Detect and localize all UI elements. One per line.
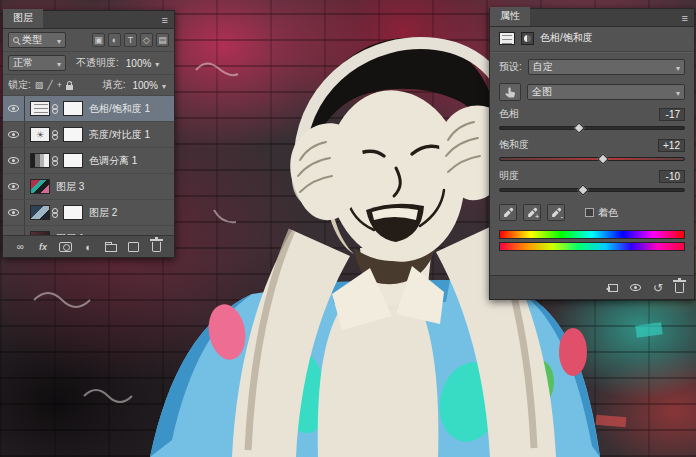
- layer-row-layer2[interactable]: 图层 2: [3, 200, 174, 226]
- fill-dropdown[interactable]: 100%: [129, 78, 169, 92]
- filter-type-dropdown[interactable]: 类型: [8, 32, 66, 48]
- link-layers-icon[interactable]: [13, 239, 27, 255]
- tab-properties[interactable]: 属性: [490, 7, 530, 26]
- channel-dropdown[interactable]: 全图: [527, 84, 685, 100]
- hue-slider-thumb[interactable]: [573, 122, 584, 133]
- layer-row-layer3[interactable]: 图层 3: [3, 174, 174, 200]
- new-adjustment-layer-icon[interactable]: [81, 239, 95, 255]
- opacity-label: 不透明度:: [76, 56, 119, 70]
- colorize-label: 着色: [598, 206, 618, 220]
- layers-panel: 图层 类型 ▣ ◐ T ◇ ▤ 正常: [2, 10, 175, 258]
- visibility-toggle[interactable]: [3, 174, 25, 199]
- hue-slider-track[interactable]: [499, 126, 685, 130]
- panel-menu-icon[interactable]: [676, 12, 694, 26]
- eyedropper-row: + - 着色: [490, 198, 694, 227]
- add-mask-button[interactable]: [59, 239, 73, 255]
- eyedropper-button[interactable]: [499, 204, 517, 221]
- layer-row-brightness-contrast[interactable]: 亮度/对比度 1: [3, 122, 174, 148]
- chevron-down-icon: [57, 58, 61, 69]
- adjustment-thumbnail[interactable]: [30, 127, 50, 142]
- filter-shape-icon[interactable]: ◇: [140, 33, 153, 47]
- preset-row: 预设: 自定: [490, 55, 694, 79]
- mask-link-icon: [52, 156, 58, 166]
- saturation-slider-thumb[interactable]: [597, 153, 608, 164]
- layer-row-hue-saturation[interactable]: 色相/饱和度 1: [3, 96, 174, 122]
- visibility-toggle[interactable]: [3, 122, 25, 147]
- channel-row: 全图: [490, 79, 694, 105]
- divider: [490, 51, 694, 53]
- clip-to-layer-button[interactable]: [608, 284, 618, 292]
- new-layer-button[interactable]: [127, 239, 141, 255]
- hue-label: 色相: [499, 107, 519, 121]
- lock-buttons: ▨ ╱ +: [35, 80, 73, 90]
- lock-paint-icon[interactable]: ╱: [47, 80, 52, 90]
- layer-thumbnail[interactable]: [30, 179, 50, 194]
- layer-list: 色相/饱和度 1 亮度/对比度 1 色调分离 1 图层 3: [3, 96, 174, 235]
- layer-name[interactable]: 亮度/对比度 1: [89, 128, 150, 142]
- opacity-dropdown[interactable]: 100%: [123, 56, 163, 70]
- layer-name[interactable]: 色相/饱和度 1: [89, 102, 150, 116]
- hue-saturation-icon: [499, 32, 515, 45]
- layer-row-posterize[interactable]: 色调分离 1: [3, 148, 174, 174]
- lock-label: 锁定:: [8, 78, 31, 92]
- toggle-visibility-button[interactable]: [630, 284, 641, 291]
- filter-pixel-icon[interactable]: ▣: [92, 33, 105, 47]
- filter-adjustment-icon[interactable]: ◐: [108, 33, 121, 47]
- tab-layers[interactable]: 图层: [3, 9, 43, 28]
- visibility-toggle[interactable]: [3, 96, 25, 121]
- targeted-adjustment-button[interactable]: [499, 83, 521, 101]
- layer-name[interactable]: 图层 3: [56, 180, 84, 194]
- folder-icon: [105, 244, 117, 252]
- visibility-toggle[interactable]: [3, 200, 25, 225]
- layer-style-icon[interactable]: fx: [36, 239, 50, 255]
- reset-icon[interactable]: [653, 281, 663, 295]
- colorize-checkbox[interactable]: [585, 208, 594, 217]
- mask-thumbnail[interactable]: [63, 153, 83, 168]
- blend-mode-dropdown[interactable]: 正常: [8, 55, 66, 71]
- channel-value: 全图: [532, 85, 552, 99]
- saturation-slider-track[interactable]: [499, 157, 685, 161]
- hue-value[interactable]: -17: [659, 108, 685, 121]
- lock-all-icon[interactable]: [66, 85, 73, 90]
- eye-icon: [8, 209, 19, 216]
- preset-dropdown[interactable]: 自定: [528, 59, 685, 75]
- layer-name[interactable]: 图层 2: [89, 206, 117, 220]
- mask-link-icon: [52, 208, 58, 218]
- add-eyedropper-button[interactable]: +: [523, 204, 541, 221]
- visibility-toggle[interactable]: [3, 148, 25, 173]
- filter-type-label: 类型: [22, 33, 42, 47]
- eye-icon: [8, 183, 19, 190]
- layers-bottom-toolbar: fx: [3, 235, 174, 257]
- opacity-value: 100%: [126, 58, 152, 69]
- lightness-slider-track[interactable]: [499, 188, 685, 192]
- layer-thumbnail[interactable]: [30, 205, 50, 220]
- mask-thumbnail[interactable]: [63, 101, 83, 116]
- chevron-down-icon: [676, 87, 680, 98]
- properties-bottom-toolbar: [490, 275, 694, 299]
- chevron-down-icon: [155, 58, 159, 69]
- saturation-value[interactable]: +12: [658, 139, 685, 152]
- adjustment-thumbnail[interactable]: [30, 101, 50, 116]
- layer-name[interactable]: 色调分离 1: [89, 154, 137, 168]
- filter-type-icon[interactable]: T: [124, 33, 137, 47]
- mask-thumbnail[interactable]: [63, 205, 83, 220]
- subtract-eyedropper-button[interactable]: -: [547, 204, 565, 221]
- lock-transparency-icon[interactable]: ▨: [35, 80, 44, 90]
- new-group-button[interactable]: [104, 239, 118, 255]
- lightness-slider-thumb[interactable]: [577, 184, 588, 195]
- delete-adjustment-button[interactable]: [675, 283, 684, 293]
- chevron-down-icon: [162, 80, 166, 91]
- trash-icon: [152, 242, 161, 252]
- adjustment-thumbnail[interactable]: [30, 153, 50, 168]
- lock-position-icon[interactable]: +: [57, 80, 62, 90]
- filter-smart-object-icon[interactable]: ▤: [156, 33, 169, 47]
- mask-thumbnail[interactable]: [63, 127, 83, 142]
- colorize-control[interactable]: 着色: [585, 206, 618, 220]
- layer-row-layer1[interactable]: 图层 1: [3, 226, 174, 235]
- lightness-value[interactable]: -10: [659, 170, 685, 183]
- panel-menu-icon[interactable]: [156, 14, 174, 28]
- visibility-toggle[interactable]: [3, 226, 25, 235]
- delete-layer-button[interactable]: [150, 239, 164, 255]
- lightness-slider-group: 明度 -10: [490, 167, 694, 198]
- blend-mode-row: 正常 不透明度: 100%: [3, 52, 174, 75]
